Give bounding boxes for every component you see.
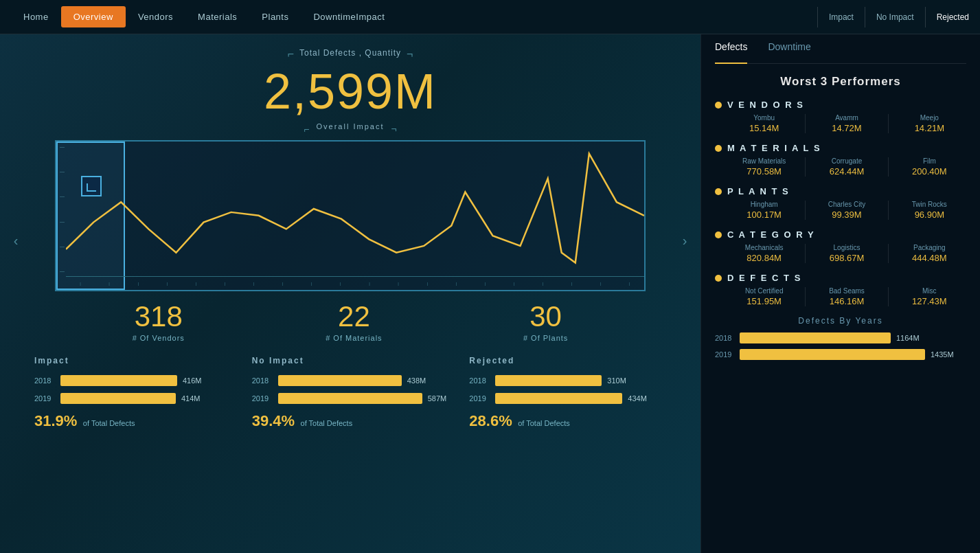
no-impact-bar-2018: 2018 438M: [252, 375, 449, 386]
nav-home[interactable]: Home: [11, 6, 61, 27]
rejected-bar-2019: 2019 434M: [469, 393, 666, 404]
line-chart-path: [66, 154, 644, 263]
tab-defects[interactable]: Defects: [715, 41, 747, 64]
x-tick: |: [413, 282, 442, 286]
category-divider: [888, 244, 889, 263]
category-dot: [715, 275, 722, 282]
category-item-name: Film: [893, 157, 966, 165]
category-item-value: 624.44M: [810, 166, 883, 177]
category-divider: [888, 201, 889, 220]
impact-title: Impact: [34, 356, 231, 365]
impact-bar-track-2019: [60, 393, 176, 404]
x-tick: |: [269, 282, 297, 286]
year-bar-row: 20181164M: [715, 332, 966, 343]
category-item-value: 15.14M: [727, 123, 801, 133]
category-divider: [805, 287, 806, 306]
nav-vendors[interactable]: Vendors: [126, 6, 185, 27]
x-tick: |: [181, 282, 210, 286]
category-value-item: Avamm14.72M: [810, 114, 883, 133]
category-value-item: Packaging444.48M: [893, 244, 966, 263]
rejected-value-2019: 434M: [628, 394, 647, 403]
nav-downtime-impact[interactable]: DowntimeImpact: [301, 6, 397, 27]
plants-count: 30: [523, 302, 568, 331]
no-impact-year-2019: 2019: [252, 394, 273, 403]
category-block-materials: M A T E R I A L SRaw Materials770.58MCor…: [715, 143, 966, 177]
nav-arrow-left[interactable]: ‹: [5, 230, 26, 251]
x-tick: |: [586, 282, 615, 286]
category-name: P L A N T S: [727, 186, 790, 196]
right-tabs: Defects Downtime: [715, 41, 966, 64]
x-tick: |: [499, 282, 528, 286]
worst-performers-title: Worst 3 Performers: [715, 75, 966, 89]
category-values: Yombu15.14MAvamm14.72MMeejo14.21M: [715, 114, 966, 133]
x-tick: |: [95, 282, 124, 286]
category-item-name: Packaging: [893, 244, 966, 251]
filter-impact[interactable]: Impact: [817, 7, 865, 27]
x-tick: |: [442, 282, 470, 286]
category-dot: [715, 145, 722, 152]
impact-value-2019: 414M: [181, 394, 201, 403]
right-panel: Defects Downtime Worst 3 Performers V E …: [700, 34, 980, 553]
nav-materials[interactable]: Materials: [185, 6, 249, 27]
categories-container: V E N D O R SYombu15.14MAvamm14.72MMeejo…: [715, 100, 966, 306]
category-value-item: Charles City99.39M: [810, 201, 883, 220]
x-tick: |: [470, 282, 499, 286]
category-name: C A T E G O R Y: [727, 229, 815, 240]
main-layout: ⌐ Total Defects , Quantity ¬ 2,599M ⌐ Ov…: [0, 34, 980, 553]
y-tick: —: [56, 219, 66, 224]
nav-arrow-right[interactable]: ›: [674, 230, 695, 251]
category-divider: [888, 114, 889, 133]
year-bar-track: [740, 332, 891, 343]
x-tick: |: [124, 282, 152, 286]
vendors-count: 318: [133, 302, 185, 331]
x-tick: |: [152, 282, 181, 286]
x-tick: |: [297, 282, 326, 286]
x-tick: |: [326, 282, 355, 286]
rejected-value-2018: 310M: [607, 376, 626, 385]
category-value-item: Not Certified151.95M: [727, 287, 801, 306]
x-tick: |: [529, 282, 558, 286]
impact-footer: 31.9% of Total Defects: [34, 412, 231, 430]
bracket-small-right: ¬: [391, 124, 396, 135]
left-panel: ⌐ Total Defects , Quantity ¬ 2,599M ⌐ Ov…: [0, 34, 700, 553]
category-block-defects: D E F E C T SNot Certified151.95MBad Sea…: [715, 273, 966, 306]
year-bar-track: [740, 349, 925, 360]
y-tick: —: [56, 194, 66, 199]
no-impact-bar-group: No Impact 2018 438M 2019 587M 39.4% of T…: [245, 356, 456, 430]
x-axis: | | | | | | | | | | | | | | | | | | | |: [66, 276, 644, 290]
impact-bar-2019: 2019 414M: [34, 393, 231, 404]
rejected-bar-track-2019: [495, 393, 622, 404]
filter-no-impact[interactable]: No Impact: [865, 7, 925, 27]
no-impact-bar-2019: 2019 587M: [252, 393, 449, 404]
category-value-item: Film200.40M: [893, 157, 966, 177]
stat-materials: 22 # Of Materials: [326, 302, 382, 342]
category-header: P L A N T S: [715, 186, 966, 196]
category-value-item: Corrugate624.44M: [810, 157, 883, 177]
category-item-value: 100.17M: [727, 210, 801, 220]
category-divider: [888, 157, 889, 177]
category-item-value: 200.40M: [893, 166, 966, 177]
y-tick: —: [56, 169, 66, 174]
category-divider: [805, 244, 806, 263]
stat-plants: 30 # Of Plants: [523, 302, 568, 342]
category-value-item: Meejo14.21M: [893, 114, 966, 133]
filter-rejected[interactable]: Rejected: [925, 7, 980, 27]
line-chart-container: — — — — — — | | | | | | | | | | |: [55, 140, 646, 291]
category-item-name: Corrugate: [810, 157, 883, 165]
nav-plants[interactable]: Plants: [249, 6, 301, 27]
x-tick: |: [66, 282, 95, 286]
category-block-plants: P L A N T SHingham100.17MCharles City99.…: [715, 186, 966, 220]
category-item-name: Meejo: [893, 114, 966, 122]
y-tick: —: [56, 244, 66, 249]
category-item-value: 96.90M: [893, 210, 966, 220]
tab-downtime[interactable]: Downtime: [768, 41, 810, 58]
category-item-name: Hingham: [727, 201, 801, 208]
rejected-year-2018: 2018: [469, 376, 490, 385]
materials-label: # Of Materials: [326, 334, 382, 342]
x-tick: |: [210, 282, 239, 286]
rejected-percentage: 28.6%: [469, 412, 512, 429]
rejected-bar-2018: 2018 310M: [469, 375, 666, 386]
nav-overview[interactable]: Overview: [61, 6, 126, 27]
stat-vendors: 318 # Of Vendors: [133, 302, 185, 342]
x-tick: |: [384, 282, 413, 286]
